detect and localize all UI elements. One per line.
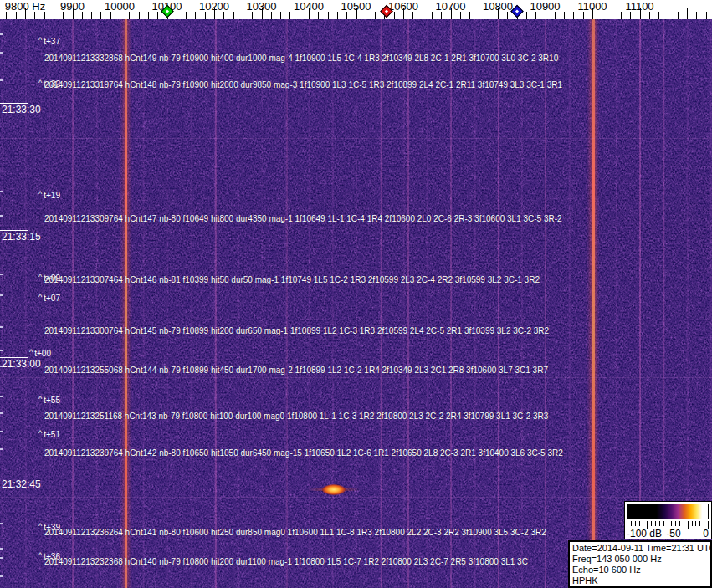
ruler-tick (479, 12, 479, 19)
ruler-tick (658, 12, 659, 19)
event-offset-text: t+07 (44, 294, 60, 303)
ruler-label-10800: 10800 (483, 0, 513, 13)
ruler-tick (621, 12, 622, 19)
db-tick (655, 521, 656, 526)
ruler-label-10200: 10200 (199, 0, 229, 13)
carrier-line-moderate (407, 19, 409, 588)
caret-mark: ^ (38, 551, 42, 560)
caret-mark: ^ (38, 79, 42, 87)
ruler-tick (186, 12, 187, 19)
time-label: 21:33:15 (2, 231, 41, 243)
caret-mark: ^ (38, 273, 42, 281)
time-label: 21:32:45 (2, 478, 41, 490)
carrier-line-moderate (286, 19, 288, 588)
carrier-line-moderate (545, 19, 546, 588)
ruler-tick (602, 12, 602, 19)
left-edge-tick (0, 350, 3, 351)
ruler-tick (100, 12, 101, 19)
left-edge-tick (0, 366, 3, 367)
ruler-label-10900: 10900 (530, 0, 560, 13)
ruler-tick (507, 12, 508, 19)
meteor-log-line: 20140911213307464 hCnt146 nb-81 f10399 h… (44, 275, 540, 284)
left-edge-tick (0, 412, 3, 414)
ruler-tick (526, 12, 527, 19)
ruler-tick (233, 12, 234, 19)
db-tick (663, 521, 664, 526)
ruler-tick (583, 12, 584, 19)
caret-mark: ^ (38, 190, 42, 198)
db-tick (643, 521, 643, 526)
meteor-log-line: 20140911213319764 hCnt148 nb-79 f10900 h… (44, 80, 562, 89)
red-marker-center-dot (385, 9, 388, 13)
event-offset-text: t+55 (44, 396, 60, 405)
caret-mark: ^ (38, 36, 42, 44)
ruler-tick (271, 12, 272, 19)
blue-marker-center-dot (515, 9, 518, 13)
db-tick (631, 521, 632, 526)
event-offset-text: t+37 (44, 37, 60, 46)
event-offset-label: ^t+37 (38, 37, 60, 46)
event-offset-text: t+51 (44, 430, 60, 439)
meteor-log-line: 20140911213251168 hCnt143 nb-79 f10800 h… (44, 412, 548, 421)
ruler-label-10300: 10300 (246, 0, 276, 13)
info-line: HPHK (572, 575, 710, 586)
station-info-box: Date=2014-09-11 Time=21:31 UTCFreq=143 0… (568, 540, 712, 588)
left-edge-tick (0, 33, 3, 35)
event-offset-label: ^t+51 (38, 430, 60, 439)
ruler-tick (412, 12, 413, 19)
ruler-tick (110, 12, 111, 19)
db-tick (692, 521, 693, 526)
left-edge-tick (0, 326, 3, 328)
left-edge-tick (0, 191, 3, 192)
ruler-tick (44, 12, 45, 19)
caret-mark: ^ (38, 293, 42, 301)
faint-horizontal-line (0, 377, 712, 378)
event-offset-label: ^t+19 (38, 191, 60, 200)
ruler-tick (668, 12, 668, 19)
ruler-tick (423, 12, 423, 19)
meteor-spectrogram-app: 9800 Hz990010000101001020010300104001050… (0, 0, 712, 588)
ruler-label-11100: 11100 (625, 0, 653, 13)
meteor-log-line: 20140911213232368 hCnt140 nb-79 f10800 h… (44, 557, 528, 566)
ruler-tick (573, 12, 574, 19)
ruler-tick (432, 12, 433, 19)
time-label: 21:33:30 (2, 104, 41, 115)
caret-mark: ^ (38, 429, 42, 437)
left-edge-tick (0, 294, 3, 296)
carrier-line-strong (592, 19, 595, 588)
ruler-tick (177, 12, 177, 19)
ruler-tick (252, 12, 253, 19)
faint-horizontal-line (0, 258, 712, 258)
ruler-label-10500: 10500 (341, 0, 371, 13)
ruler-tick (139, 12, 140, 19)
ruler-tick (696, 12, 697, 19)
ruler-tick (6, 12, 7, 19)
db-tick (639, 521, 640, 526)
ruler-label-10700: 10700 (435, 0, 465, 13)
ruler-tick (612, 12, 612, 19)
ruler-tick (195, 12, 196, 19)
left-edge-tick (0, 274, 3, 275)
db-label: 0 (703, 528, 709, 539)
ruler-tick (91, 12, 92, 19)
db-label: -100 dB (627, 528, 662, 539)
ruler-tick (375, 12, 376, 19)
db-tick (651, 521, 652, 526)
info-line: Date=2014-09-11 Time=21:31 UTC (572, 543, 710, 554)
left-edge-tick (0, 548, 3, 550)
event-offset-label: ^t+00 (29, 349, 51, 358)
db-tick (659, 521, 660, 526)
faint-horizontal-line (0, 138, 712, 139)
frequency-ruler: 9800 Hz990010000101001020010300104001050… (0, 0, 712, 19)
ruler-tick (328, 12, 329, 19)
ruler-tick (564, 12, 565, 19)
ruler-tick (460, 12, 461, 19)
ruler-tick (300, 12, 300, 19)
db-tick (684, 521, 684, 526)
time-label: 21:33:00 (2, 358, 41, 370)
ruler-tick (337, 12, 338, 19)
ruler-tick (366, 12, 366, 19)
db-tick (675, 521, 676, 526)
ruler-label-9800: 9800 Hz (5, 0, 45, 13)
ruler-tick (687, 8, 688, 19)
